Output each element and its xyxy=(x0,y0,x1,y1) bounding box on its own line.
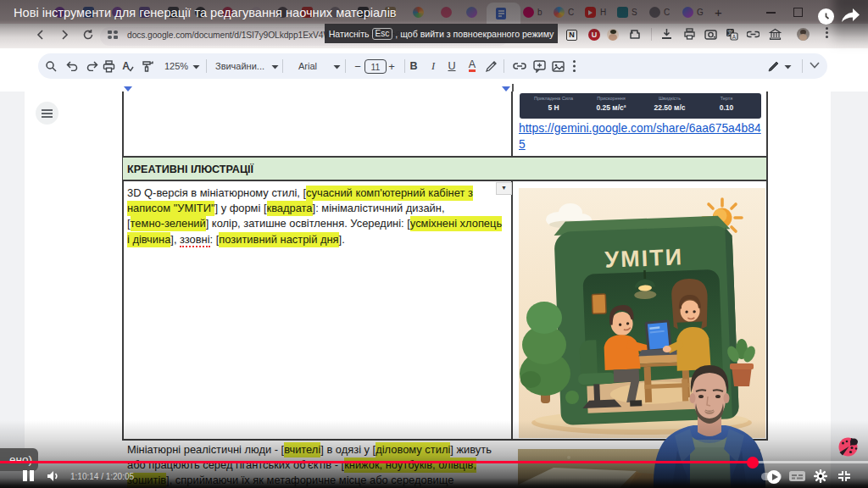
svg-text:УМІТИ: УМІТИ xyxy=(604,244,684,273)
